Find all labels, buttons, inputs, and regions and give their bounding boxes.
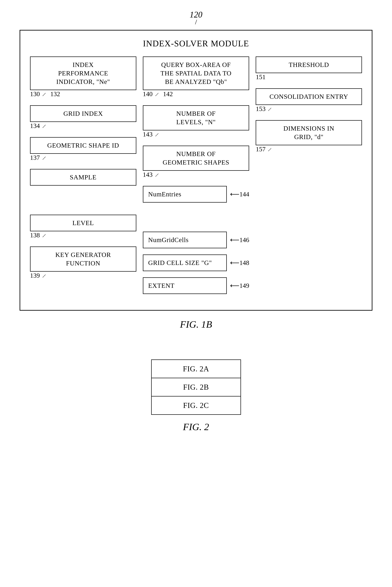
columns-layout: INDEXPERFORMANCEINDICATOR, "Ne" 130 ⟋ 13… bbox=[30, 56, 362, 300]
module-number-row: 120 / bbox=[20, 10, 372, 25]
col-right: THRESHOLD 151 CONSOLIDATION ENTRY 153 ⟋ bbox=[256, 56, 362, 300]
ref-137: 137 bbox=[30, 154, 40, 161]
grid-index-item: GRID INDEX 134 ⟋ bbox=[30, 105, 136, 131]
ref-134: 134 bbox=[30, 122, 40, 130]
ref-130: 130 bbox=[30, 90, 40, 98]
ref-149: ⟵149 bbox=[230, 282, 249, 289]
query-box-item: QUERY BOX-AREA OFTHE SPATIAL DATA TOBE A… bbox=[143, 56, 249, 99]
fig2-container: FIG. 2A FIG. 2B FIG. 2C FIG. 2 bbox=[151, 359, 241, 433]
ref-146: ⟵146 bbox=[230, 236, 249, 244]
ref-143a-slash: ⟋ bbox=[154, 131, 160, 138]
ref-132: 132 bbox=[47, 90, 60, 98]
col-left: INDEXPERFORMANCEINDICATOR, "Ne" 130 ⟋ 13… bbox=[30, 56, 136, 300]
module-slash: / bbox=[195, 19, 197, 25]
level-ref-row: 138 ⟋ bbox=[30, 231, 136, 239]
num-geom-shapes-box: NUMBER OFGEOMETRIC SHAPES bbox=[143, 146, 249, 171]
ref-153-slash: ⟋ bbox=[267, 106, 273, 113]
ref-137-slash: ⟋ bbox=[41, 155, 47, 161]
threshold-box: THRESHOLD bbox=[256, 56, 362, 73]
sample-box: SAMPLE bbox=[30, 169, 136, 186]
index-perf-ref-row: 130 ⟋ 132 bbox=[30, 90, 136, 98]
dimensions-item: DIMENSIONS INGRID, "d" 157 ⟋ bbox=[256, 120, 362, 154]
fig2-row-2b: FIG. 2B bbox=[152, 378, 240, 397]
index-performance-box: INDEXPERFORMANCEINDICATOR, "Ne" bbox=[30, 56, 136, 90]
grid-index-ref-row: 134 ⟋ bbox=[30, 122, 136, 130]
dimensions-ref-row: 157 ⟋ bbox=[256, 145, 362, 153]
ref-143b: 143 bbox=[143, 171, 153, 178]
ref-138: 138 bbox=[30, 231, 40, 239]
geometric-shape-box: GEOMETRIC SHAPE ID bbox=[30, 137, 136, 154]
gridcellsize-box: GRID CELL SIZE "G" bbox=[143, 254, 227, 271]
consolidation-item: CONSOLIDATION ENTRY 153 ⟋ bbox=[256, 88, 362, 114]
spacer1 bbox=[30, 192, 136, 215]
num-geom-shapes-item: NUMBER OFGEOMETRIC SHAPES 143 ⟋ bbox=[143, 146, 249, 180]
level-box: LEVEL bbox=[30, 215, 136, 231]
outer-box: INDEX-SOLVER MODULE INDEXPERFORMANCEINDI… bbox=[20, 30, 372, 311]
query-box: QUERY BOX-AREA OFTHE SPATIAL DATA TOBE A… bbox=[143, 56, 249, 90]
ref-157: 157 bbox=[256, 145, 266, 153]
gridcellsize-row: GRID CELL SIZE "G" ⟵148 bbox=[143, 254, 249, 271]
key-gen-ref-row: 139 ⟋ bbox=[30, 272, 136, 279]
threshold-item: THRESHOLD 151 bbox=[256, 56, 362, 82]
dimensions-box: DIMENSIONS INGRID, "d" bbox=[256, 120, 362, 145]
numentries-box: NumEntries bbox=[143, 186, 227, 203]
geometric-shape-item: GEOMETRIC SHAPE ID 137 ⟋ bbox=[30, 137, 136, 163]
page-content: 120 / INDEX-SOLVER MODULE INDEXPERFORMAN… bbox=[20, 10, 372, 433]
ref-153: 153 bbox=[256, 105, 266, 113]
geom-shape-ref-row: 137 ⟋ bbox=[30, 154, 136, 161]
fig1b-container: 120 / INDEX-SOLVER MODULE INDEXPERFORMAN… bbox=[20, 10, 372, 330]
fig1b-caption: FIG. 1B bbox=[20, 319, 372, 330]
num-levels-item: NUMBER OFLEVELS, "N" 143 ⟋ bbox=[143, 105, 249, 139]
query-ref-row: 140 ⟋ 142 bbox=[143, 90, 249, 98]
ref-142: 142 bbox=[160, 90, 173, 98]
consolidation-box: CONSOLIDATION ENTRY bbox=[256, 88, 362, 105]
numgridcells-box: NumGridCells bbox=[143, 232, 227, 248]
ref-140-slash: ⟋ bbox=[154, 91, 160, 98]
fig2-row-2c: FIG. 2C bbox=[152, 397, 240, 414]
fig2-caption: FIG. 2 bbox=[183, 421, 209, 433]
ref-139: 139 bbox=[30, 272, 40, 279]
fig2-row-2a: FIG. 2A bbox=[152, 360, 240, 378]
fig2-table: FIG. 2A FIG. 2B FIG. 2C bbox=[151, 359, 241, 415]
level-item: LEVEL 138 ⟋ bbox=[30, 215, 136, 240]
spacer2 bbox=[143, 209, 249, 232]
module-number: 120 bbox=[190, 10, 202, 19]
numentries-row: NumEntries ⟵144 bbox=[143, 186, 249, 203]
threshold-ref-row: 151 bbox=[256, 73, 362, 81]
ref-140: 140 bbox=[143, 90, 153, 98]
extent-box: EXTENT bbox=[143, 277, 227, 294]
ref-143a: 143 bbox=[143, 130, 153, 138]
ref-139-slash: ⟋ bbox=[41, 272, 47, 279]
index-performance-item: INDEXPERFORMANCEINDICATOR, "Ne" 130 ⟋ 13… bbox=[30, 56, 136, 99]
numgridcells-row: NumGridCells ⟵146 bbox=[143, 232, 249, 248]
col-middle: QUERY BOX-AREA OFTHE SPATIAL DATA TOBE A… bbox=[136, 56, 256, 300]
num-levels-ref-row: 143 ⟋ bbox=[143, 130, 249, 138]
ref-143b-slash: ⟋ bbox=[154, 172, 160, 178]
key-generator-box: KEY GENERATORFUNCTION bbox=[30, 246, 136, 272]
ref-148: ⟵148 bbox=[230, 259, 249, 267]
ref-157-slash: ⟋ bbox=[267, 146, 273, 153]
ref-151: 151 bbox=[256, 73, 266, 81]
extent-row: EXTENT ⟵149 bbox=[143, 277, 249, 294]
module-title: INDEX-SOLVER MODULE bbox=[30, 39, 362, 48]
ref-130-slash: ⟋ bbox=[41, 91, 47, 98]
sample-item: SAMPLE bbox=[30, 169, 136, 186]
consolidation-ref-row: 153 ⟋ bbox=[256, 105, 362, 113]
ref-134-slash: ⟋ bbox=[41, 123, 47, 130]
ref-144: ⟵144 bbox=[230, 190, 249, 198]
num-geom-ref-row: 143 ⟋ bbox=[143, 171, 249, 178]
grid-index-box: GRID INDEX bbox=[30, 105, 136, 122]
ref-138-slash: ⟋ bbox=[41, 232, 47, 239]
num-levels-box: NUMBER OFLEVELS, "N" bbox=[143, 105, 249, 130]
key-generator-item: KEY GENERATORFUNCTION 139 ⟋ bbox=[30, 246, 136, 281]
